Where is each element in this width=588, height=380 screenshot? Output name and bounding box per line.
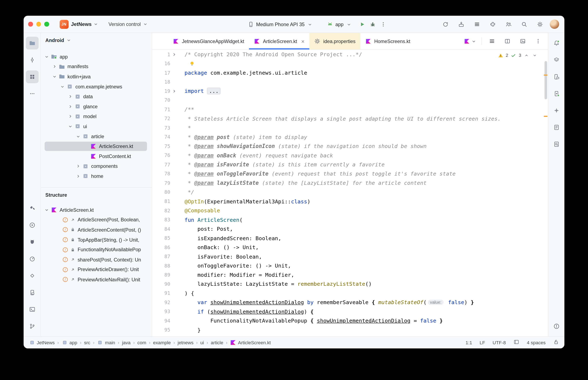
code-line-89[interactable]: 89 modifier: Modifier = Modifier, [152,270,548,280]
project-tree-item-com-example-jetnews[interactable]: com.example.jetnews [41,81,152,92]
project-tree-item-glance[interactable]: glance [41,102,152,112]
chevron-right-icon[interactable] [75,173,81,179]
chevron-right-icon[interactable] [171,51,177,57]
chevron-right-icon[interactable] [67,114,73,120]
fold-gutter[interactable] [170,51,178,57]
breadcrumb-jetnews[interactable]: jetnews [178,340,194,345]
tool-window-button-run[interactable] [26,219,39,232]
code-line-88[interactable]: 88 onToggleFavorite: () -> Unit, [152,261,548,270]
editor-tab-idea-properties[interactable]: idea.properties [309,33,361,50]
readonly-toggle[interactable] [553,339,559,346]
tool-window-button-problems[interactable] [550,320,563,333]
tool-window-button-running-devices[interactable] [550,87,563,100]
device-selector[interactable]: Medium Phone API 35 [248,21,313,27]
scrollbar-thumb[interactable] [545,61,547,99]
breadcrumb-example[interactable]: example [153,340,171,345]
chevron-down-sm-icon[interactable] [532,53,538,58]
code-line-82[interactable]: 82@Composable [152,206,548,215]
breadcrumb-app[interactable]: app [61,340,77,346]
chevron-right-icon[interactable] [67,94,73,99]
tab-options-button[interactable] [533,36,544,46]
code-line-78[interactable]: 78 * @param onToggleFavorite (event) req… [152,169,548,178]
more-run-actions-button[interactable] [378,19,388,29]
bulb-icon[interactable] [189,61,195,67]
code-line-70[interactable]: 70 [152,96,548,105]
structure-item-functionalitynotavailablepop[interactable]: fFunctionalityNotAvailablePop [41,245,152,255]
tool-window-button-app-inspection[interactable] [26,269,39,282]
tool-window-button-build[interactable] [26,202,39,215]
structure-item-articlescreen-post-boolean[interactable]: fArticleScreen(Post, Boolean, [41,215,152,225]
tool-window-button-app-quality-insights[interactable] [550,138,563,151]
zoom-window-button[interactable] [44,22,49,26]
code-line-93[interactable]: 93 if (showUnimplementedActionDialog) { [152,307,548,316]
code-line-85[interactable]: 85 isExpandedScreen: Boolean, [152,233,548,243]
tab-close-icon[interactable]: × [301,38,304,44]
project-tree-item-postcontent-kt[interactable]: PostContent.kt [41,151,152,161]
run-config-selector[interactable]: app [327,21,352,27]
chevron-right-icon[interactable] [171,88,177,94]
plugins-icon[interactable] [490,21,496,27]
project-tree-item-kotlin-java[interactable]: kotlin+java [41,72,152,82]
code-line-79[interactable]: 79 * @param lazyListState (state) the [L… [152,178,548,188]
tool-window-button-notifications[interactable] [550,37,563,50]
user-avatar[interactable] [550,19,559,29]
tool-window-button-version-control[interactable] [26,320,39,333]
code-line-86[interactable]: 86 onBack: () -> Unit, [152,243,548,252]
project-view-selector[interactable]: Android [45,37,64,43]
structure-item-previewarticlenavrail-unit[interactable]: fPreviewArticleNavRail(): Unit [41,275,152,285]
editor-tab-articlescreen-kt[interactable]: ArticleScreen.kt× [249,33,309,50]
breadcrumb-jetnews[interactable]: JetNews [29,340,55,346]
preview-button[interactable] [517,36,528,46]
warning-stripe-mark[interactable] [544,75,547,76]
warning-tri-icon[interactable] [497,53,504,58]
structure-item-previewarticledrawer-unit[interactable]: fPreviewArticleDrawer(): Unit [41,265,152,275]
chevron-down-icon[interactable] [59,84,65,90]
code-line-18[interactable]: 18 [152,77,548,87]
tool-window-button-gemini[interactable] [550,104,563,117]
tool-window-button-build-variants[interactable] [550,54,563,66]
project-tree-item-home[interactable]: home [41,171,152,181]
code-line-77[interactable]: 77 * @param isFavorite (state) is this i… [152,160,548,169]
code-line-74[interactable]: 74 * @param post (state) item to display [152,133,548,142]
file-encoding-widget[interactable]: UTF-8 [493,340,506,345]
tool-window-button-project[interactable] [26,37,39,50]
tool-window-button-device-manager[interactable] [550,70,563,83]
chevron-up-sm-icon[interactable] [524,53,530,58]
code-line-90[interactable]: 90 lazyListState: LazyListState = rememb… [152,280,548,289]
project-tree-item-app[interactable]: app [41,52,152,62]
debug-button[interactable] [367,19,378,29]
code-with-me-icon[interactable] [506,21,512,27]
project-tree-item-components[interactable]: components [41,161,152,171]
code-line-94[interactable]: 94 FunctionalityNotAvailablePopup { show… [152,316,548,325]
editor-mode-widget[interactable] [513,339,519,346]
code-line-87[interactable]: 87 isFavorite: Boolean, [152,252,548,261]
chevron-right-icon[interactable] [51,64,58,70]
tool-window-button-profiler[interactable] [26,252,39,265]
project-tree-item-manifests[interactable]: manifests [41,62,152,72]
breadcrumb-com[interactable]: com [138,340,146,345]
close-window-button[interactable] [28,22,33,26]
tool-window-button-more-tool-windows[interactable] [26,87,39,100]
inspection-widget[interactable]: 23 [495,52,539,59]
tool-window-button-commit[interactable] [26,54,39,66]
code-line-84[interactable]: 84 post: Post, [152,224,548,233]
project-widget[interactable]: JetNews [71,21,99,27]
breadcrumb-articlescreen-kt[interactable]: ArticleScreen.kt [230,340,271,346]
caret-position-widget[interactable]: 1:1 [466,340,472,345]
breadcrumb-main[interactable]: main [97,340,115,346]
code-line-80[interactable]: 80 */ [152,188,548,197]
split-editor-button[interactable] [502,36,513,46]
code-line-19[interactable]: 19import ... [152,87,548,96]
gradle-sync-icon[interactable] [443,21,449,27]
project-tree-item-articlescreen-kt[interactable]: ArticleScreen.kt [41,141,152,151]
chevron-down-icon[interactable] [43,207,50,213]
tool-window-button-device-explorer[interactable] [26,286,39,299]
code-line-92[interactable]: 92 var showUnimplementedActionDialog by … [152,298,548,307]
project-tree-item-data[interactable]: data [41,92,152,102]
code-line-72[interactable]: 72 * Stateless Article Screen that displ… [152,114,548,123]
code-line-71[interactable]: 71/** [152,105,548,114]
code-line-1[interactable]: 1/* Copyright 2020 The Android Open Sour… [152,50,548,59]
code-editor[interactable]: 1/* Copyright 2020 The Android Open Sour… [152,50,548,336]
chevron-down-icon[interactable] [67,123,73,129]
tool-window-button-structure[interactable] [26,70,39,83]
